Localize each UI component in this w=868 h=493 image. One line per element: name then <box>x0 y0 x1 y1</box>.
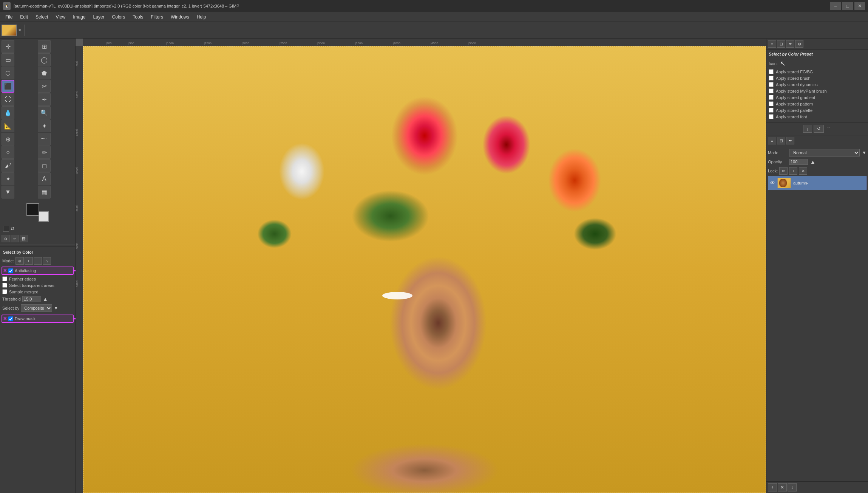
restore-preset-button[interactable]: ↺ <box>814 125 824 133</box>
paths-list-icon[interactable]: ✒ <box>786 137 794 144</box>
move-tool[interactable]: ✛ <box>2 40 14 53</box>
draw-mask-checkbox[interactable] <box>8 316 13 321</box>
history-panel-icon[interactable]: ⊘ <box>795 40 803 48</box>
free-select-tool[interactable]: ⬡ <box>2 67 14 79</box>
smudge-tool[interactable]: 〰 <box>38 133 51 146</box>
stored-font-checkbox[interactable] <box>769 114 774 119</box>
canvas-image[interactable] <box>83 46 766 493</box>
color-picker-tool[interactable]: 💧 <box>2 106 14 119</box>
close-button[interactable]: ✕ <box>854 2 865 10</box>
threshold-input[interactable] <box>22 296 41 302</box>
align-tool[interactable]: ⊞ <box>38 40 51 53</box>
ellipse-select-tool[interactable]: ◯ <box>38 53 51 66</box>
paint-brush-tool[interactable]: 🖌 <box>2 159 14 172</box>
history-icon[interactable]: ↩ <box>11 235 19 242</box>
zoom-tool[interactable]: 🔍 <box>38 106 51 119</box>
eraser-tool[interactable]: ◻ <box>38 159 51 172</box>
channels-icon[interactable]: ⊟ <box>777 40 785 48</box>
layers-icon[interactable]: ≡ <box>768 40 776 48</box>
menu-select[interactable]: Select <box>32 14 52 20</box>
measure-tool[interactable]: 📐 <box>2 119 14 132</box>
preset-panel-title: Select by Color Preset <box>769 52 866 56</box>
opacity-input[interactable] <box>789 159 808 165</box>
select-transparent-checkbox[interactable] <box>2 283 7 288</box>
canvas-container[interactable] <box>83 46 766 493</box>
stored-brush-row: Apply stored brush <box>769 75 866 81</box>
select-by-dropdown[interactable]: Composite Red Green Blue Alpha <box>21 304 52 312</box>
menu-layer[interactable]: Layer <box>90 14 108 20</box>
text-tool[interactable]: A <box>38 172 51 185</box>
new-layer-button[interactable]: + <box>768 483 777 491</box>
stored-brush-checkbox[interactable] <box>769 76 774 81</box>
pattern-icon[interactable]: ⊘ <box>2 235 10 242</box>
stored-gradient-checkbox[interactable] <box>769 95 774 100</box>
reset-colors-icon[interactable] <box>3 226 9 232</box>
minimize-button[interactable]: – <box>830 2 841 10</box>
heal-tool[interactable]: ✦ <box>38 119 51 132</box>
stored-fg-bg-row: Apply stored FG/BG <box>769 68 866 75</box>
menu-file[interactable]: File <box>2 14 16 20</box>
menu-colors[interactable]: Colors <box>108 14 129 20</box>
layers-list-icon[interactable]: ≡ <box>768 137 776 144</box>
foreground-color[interactable] <box>26 203 39 216</box>
import-preset-button[interactable]: ↓ <box>803 125 812 133</box>
menu-filters[interactable]: Filters <box>147 14 167 20</box>
lock-position-button[interactable]: + <box>789 167 797 175</box>
swap-colors-icon[interactable]: ⇄ <box>11 226 14 232</box>
layers-panel-icons: ≡ ⊟ ✒ <box>766 135 868 146</box>
threshold-label: Threshold <box>2 297 21 301</box>
background-color[interactable] <box>39 211 49 222</box>
layers-mode-select[interactable]: Normal Multiply Screen Overlay <box>789 149 860 157</box>
merge-down-button[interactable]: ↓ <box>788 483 797 491</box>
pencil-tool[interactable]: ✏ <box>38 146 51 159</box>
mode-intersect[interactable]: ∩ <box>43 257 51 265</box>
lock-alpha-button[interactable]: ✕ <box>799 167 807 175</box>
mode-subtract[interactable]: − <box>34 257 42 265</box>
airbrush-tool[interactable]: ✦ <box>2 172 14 185</box>
foreground-select-tool[interactable]: ⛶ <box>2 93 14 106</box>
sample-merged-checkbox[interactable] <box>2 289 7 294</box>
canvas-area[interactable]: |300 |500 |1000 |1500 |2000 |2500 |3000 … <box>76 39 766 493</box>
image-thumbnail[interactable] <box>2 25 17 36</box>
mode-replace[interactable]: ⊕ <box>15 257 24 265</box>
app-icon: 🐧 <box>3 2 11 10</box>
menu-image[interactable]: Image <box>69 14 89 20</box>
paths-panel-icon[interactable]: ✒ <box>786 40 794 48</box>
fuzzy-select-tool[interactable]: ⬟ <box>38 67 51 79</box>
toolbox: ✛ ⊞ ▭ ◯ ⬡ ⬟ ⬛ ✂ ⛶ ✒ 💧 🔍 📐 ✦ ⊕ 〰 ○ ✏ <box>0 39 76 493</box>
image-icon-small[interactable]: 🖼 <box>20 235 28 242</box>
stored-font-label: Apply stored font <box>776 115 807 119</box>
antialiasing-checkbox[interactable] <box>8 268 13 273</box>
select-by-color-tool[interactable]: ⬛ <box>2 80 14 93</box>
stored-pattern-checkbox[interactable] <box>769 101 774 106</box>
rectangle-select-tool[interactable]: ▭ <box>2 53 14 66</box>
opacity-arrow[interactable]: ▲ <box>810 159 815 165</box>
mode-add[interactable]: + <box>25 257 33 265</box>
channels-list-icon[interactable]: ⊟ <box>777 137 785 144</box>
stored-mypaint-checkbox[interactable] <box>769 88 774 93</box>
dodge-burn-tool[interactable]: ○ <box>2 146 14 159</box>
stored-dynamics-checkbox[interactable] <box>769 82 774 87</box>
gradient-tool[interactable]: ▦ <box>38 186 51 198</box>
menu-help[interactable]: Help <box>193 14 210 20</box>
delete-layer-button[interactable]: ✕ <box>778 483 787 491</box>
menu-windows[interactable]: Windows <box>167 14 193 20</box>
thumbnail-close[interactable]: ✕ <box>17 28 22 32</box>
stored-palette-checkbox[interactable] <box>769 108 774 113</box>
feather-edges-checkbox[interactable] <box>2 276 7 281</box>
scissors-tool[interactable]: ✂ <box>38 80 51 93</box>
stored-fg-bg-checkbox[interactable] <box>769 69 774 74</box>
threshold-up-arrow[interactable]: ▲ <box>43 296 48 302</box>
menu-edit[interactable]: Edit <box>16 14 32 20</box>
right-panel-top-icons: ≡ ⊟ ✒ ⊘ <box>766 39 868 50</box>
lock-pixels-button[interactable]: ✏ <box>779 167 788 175</box>
menu-view[interactable]: View <box>52 14 69 20</box>
clone-tool[interactable]: ⊕ <box>2 133 14 146</box>
paths-tool[interactable]: ✒ <box>38 93 51 106</box>
layer-item[interactable]: 👁 autumn- <box>768 176 866 190</box>
layer-visibility-icon[interactable]: 👁 <box>770 180 775 186</box>
bucket-fill-tool[interactable]: ▼ <box>2 186 14 198</box>
lock-row: Lock: ✏ + ✕ <box>768 166 866 176</box>
maximize-button[interactable]: □ <box>842 2 853 10</box>
menu-tools[interactable]: Tools <box>129 14 147 20</box>
